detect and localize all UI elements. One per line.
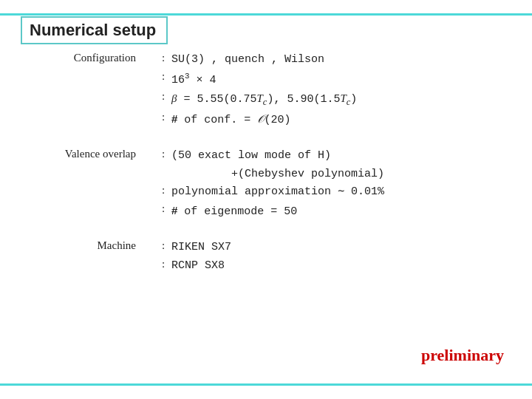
colon: : xyxy=(155,258,171,275)
colon: : xyxy=(155,239,171,256)
valence-value-2: +(Chebyshev polynomial) xyxy=(171,166,384,183)
config-row-3: : β = 5.55(0.75Tc), 5.90(1.5Tc) xyxy=(155,90,357,109)
config-row-4: : # of conf. = 𝒪(20) xyxy=(155,111,357,129)
config-value-4: # of conf. = 𝒪(20) xyxy=(171,111,357,129)
colon: : xyxy=(155,184,171,201)
valence-row-3: : polynomial approximation ∼ 0.01% xyxy=(155,184,384,201)
config-row-2: : 163 × 4 xyxy=(155,70,357,89)
configuration-label: Configuration xyxy=(21,52,139,130)
valence-overlap-section: Valence overlap : (50 exact low mode of … xyxy=(21,148,511,222)
colon: : xyxy=(155,202,171,221)
valence-row-2: +(Chebyshev polynomial) xyxy=(155,166,384,183)
configuration-values: : SU(3) , quench , Wilson : 163 × 4 : β … xyxy=(155,52,357,130)
colon: : xyxy=(155,52,171,69)
colon: : xyxy=(155,148,171,165)
colon: : xyxy=(155,90,171,109)
page: Numerical setup Configuration : SU(3) , … xyxy=(0,0,532,399)
configuration-colon-1 xyxy=(139,52,155,130)
machine-row-2: : RCNP SX8 xyxy=(155,258,231,275)
valence-row-1: : (50 exact low mode of H) xyxy=(155,148,384,165)
machine-values: : RIKEN SX7 : RCNP SX8 xyxy=(155,239,231,276)
machine-section: Machine : RIKEN SX7 : RCNP SX8 xyxy=(21,239,511,276)
machine-colon-space xyxy=(139,239,155,276)
valence-value-1: (50 exact low mode of H) xyxy=(171,148,384,165)
bottom-decorative-line xyxy=(0,383,532,386)
valence-value-4: # of eigenmode = 50 xyxy=(171,202,384,221)
top-decorative-line xyxy=(0,13,532,16)
config-value-2: 163 × 4 xyxy=(171,70,357,89)
machine-value-2: RCNP SX8 xyxy=(171,258,231,275)
page-title: Numerical setup xyxy=(30,21,156,39)
configuration-section: Configuration : SU(3) , quench , Wilson … xyxy=(21,52,511,130)
colon: : xyxy=(155,111,171,129)
title-box: Numerical setup xyxy=(21,16,168,44)
gap-2 xyxy=(21,226,511,239)
gap-1 xyxy=(21,134,511,148)
machine-label: Machine xyxy=(21,239,139,276)
config-value-1: SU(3) , quench , Wilson xyxy=(171,52,357,69)
valence-colon-space xyxy=(139,148,155,222)
valence-row-4: : # of eigenmode = 50 xyxy=(155,202,384,221)
preliminary-label: preliminary xyxy=(421,346,504,365)
colon-blank xyxy=(155,166,171,183)
valence-overlap-label: Valence overlap xyxy=(21,148,139,222)
machine-value-1: RIKEN SX7 xyxy=(171,239,231,256)
valence-values: : (50 exact low mode of H) +(Chebyshev p… xyxy=(155,148,384,222)
config-value-3: β = 5.55(0.75Tc), 5.90(1.5Tc) xyxy=(171,90,357,109)
valence-value-3: polynomial approximation ∼ 0.01% xyxy=(171,184,384,201)
config-row-1: : SU(3) , quench , Wilson xyxy=(155,52,357,69)
machine-row-1: : RIKEN SX7 xyxy=(155,239,231,256)
colon: : xyxy=(155,70,171,89)
content-area: Configuration : SU(3) , quench , Wilson … xyxy=(21,52,511,369)
